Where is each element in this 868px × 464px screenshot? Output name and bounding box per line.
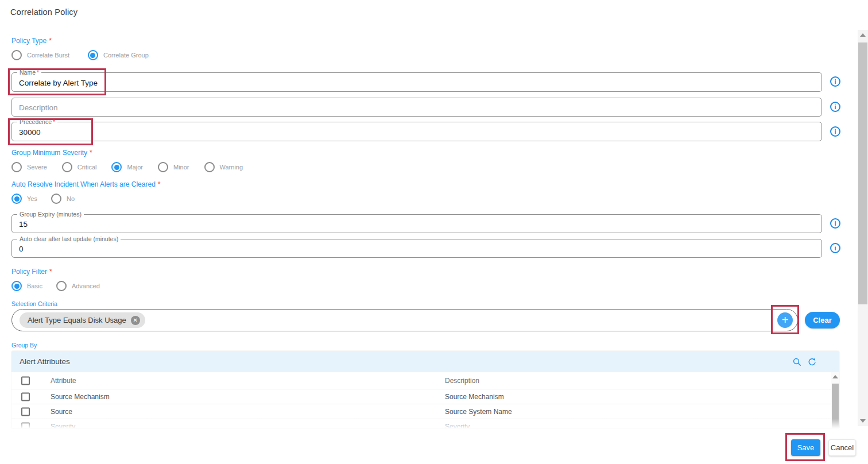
alert-attributes-panel: Alert Attributes Attribute Description S…: [11, 351, 839, 428]
radio-severe[interactable]: Severe: [11, 162, 47, 172]
scroll-down-icon[interactable]: [860, 419, 866, 423]
table-header-row: Attribute Description: [11, 372, 831, 389]
cancel-button[interactable]: Cancel: [828, 439, 856, 456]
info-icon[interactable]: i: [830, 126, 840, 137]
group-expiry-field[interactable]: Group Expiry (minutes): [11, 214, 822, 233]
radio-critical[interactable]: Critical: [62, 162, 97, 172]
criteria-chip-label: Alert Type Equals Disk Usage: [28, 316, 126, 324]
radio-icon: [204, 162, 215, 172]
scrollbar-thumb[interactable]: [832, 384, 839, 428]
policy-filter-label: Policy Filter*: [11, 268, 52, 276]
name-field-label: Name*: [17, 69, 41, 76]
auto-resolve-label: Auto Resolve Incident When Alerts are Cl…: [11, 180, 160, 188]
info-icon[interactable]: i: [830, 218, 840, 229]
info-icon[interactable]: i: [830, 76, 840, 87]
radio-no[interactable]: No: [51, 194, 75, 204]
severity-label: Group Minimum Severity*: [11, 149, 92, 157]
table-scrollbar[interactable]: [831, 372, 839, 428]
radio-selected-icon: [111, 162, 122, 172]
radio-icon: [11, 50, 22, 60]
description-column-header: Description: [445, 377, 479, 385]
severity-radio-group: Severe Critical Major Minor Warning: [11, 162, 243, 172]
radio-icon: [56, 281, 67, 291]
group-expiry-field-label: Group Expiry (minutes): [17, 211, 84, 218]
panel-title: Alert Attributes: [20, 357, 70, 366]
auto-clear-input[interactable]: [12, 239, 804, 257]
scroll-up-icon[interactable]: [860, 33, 866, 37]
save-button[interactable]: Save: [791, 439, 820, 456]
clear-button[interactable]: Clear: [805, 312, 840, 328]
precedence-input[interactable]: [12, 122, 804, 141]
page-scrollbar[interactable]: [858, 30, 868, 426]
precedence-field[interactable]: Precedence*: [11, 122, 822, 141]
correlation-policy-page: Correlation Policy Policy Type* Correlat…: [0, 0, 868, 464]
radio-basic[interactable]: Basic: [11, 281, 42, 291]
name-input[interactable]: [12, 73, 804, 91]
select-all-checkbox[interactable]: [21, 376, 30, 385]
policy-type-radio-group: Correlate Burst Correlate Group: [11, 50, 149, 60]
scroll-up-icon[interactable]: [832, 375, 838, 378]
radio-selected-icon: [11, 194, 22, 204]
radio-correlate-burst[interactable]: Correlate Burst: [11, 50, 69, 60]
table-row[interactable]: Severity Severity: [11, 419, 831, 428]
table-row[interactable]: Source Mechanism Source Mechanism: [11, 389, 831, 404]
auto-clear-field[interactable]: Auto clear after last update (minutes): [11, 239, 822, 258]
selection-criteria-container[interactable]: Alert Type Equals Disk Usage ✕ +: [11, 309, 798, 331]
radio-icon: [11, 162, 22, 172]
radio-selected-icon: [11, 281, 22, 291]
refresh-icon[interactable]: [807, 357, 816, 366]
auto-resolve-radio-group: Yes No: [11, 194, 75, 204]
alert-attributes-header: Alert Attributes: [11, 351, 839, 372]
radio-yes[interactable]: Yes: [11, 194, 37, 204]
info-icon[interactable]: i: [830, 243, 840, 253]
precedence-field-label: Precedence*: [17, 118, 57, 125]
required-asterisk: *: [49, 37, 52, 45]
criteria-chip[interactable]: Alert Type Equals Disk Usage ✕: [20, 312, 145, 328]
info-icon[interactable]: i: [830, 102, 840, 112]
add-criteria-button[interactable]: +: [777, 312, 793, 328]
group-expiry-input[interactable]: [12, 215, 804, 233]
chip-close-icon[interactable]: ✕: [131, 316, 140, 325]
radio-icon: [158, 162, 168, 172]
name-field[interactable]: Name*: [11, 72, 822, 92]
radio-selected-icon: [88, 50, 98, 60]
radio-icon: [62, 162, 72, 172]
radio-minor[interactable]: Minor: [158, 162, 189, 172]
table-row[interactable]: Source Source System Name: [11, 404, 831, 419]
auto-clear-field-label: Auto clear after last update (minutes): [17, 235, 121, 242]
row-checkbox[interactable]: [21, 392, 30, 401]
policy-type-label: Policy Type*: [11, 37, 52, 45]
panel-toolbar: [792, 357, 831, 366]
page-title: Correlation Policy: [10, 7, 78, 17]
group-by-label: Group By: [11, 342, 37, 349]
radio-correlate-group[interactable]: Correlate Group: [88, 50, 149, 60]
scrollbar-thumb[interactable]: [858, 42, 867, 304]
policy-filter-radio-group: Basic Advanced: [11, 281, 100, 291]
description-field[interactable]: [11, 98, 822, 117]
selection-criteria-label: Selection Criteria: [11, 300, 57, 307]
attribute-column-header: Attribute: [51, 377, 76, 385]
radio-warning[interactable]: Warning: [204, 162, 243, 172]
row-checkbox[interactable]: [21, 407, 30, 416]
radio-advanced[interactable]: Advanced: [56, 281, 100, 291]
radio-icon: [51, 194, 61, 204]
row-checkbox[interactable]: [21, 422, 30, 428]
search-icon[interactable]: [792, 357, 801, 366]
radio-major[interactable]: Major: [111, 162, 143, 172]
description-input[interactable]: [12, 98, 804, 116]
